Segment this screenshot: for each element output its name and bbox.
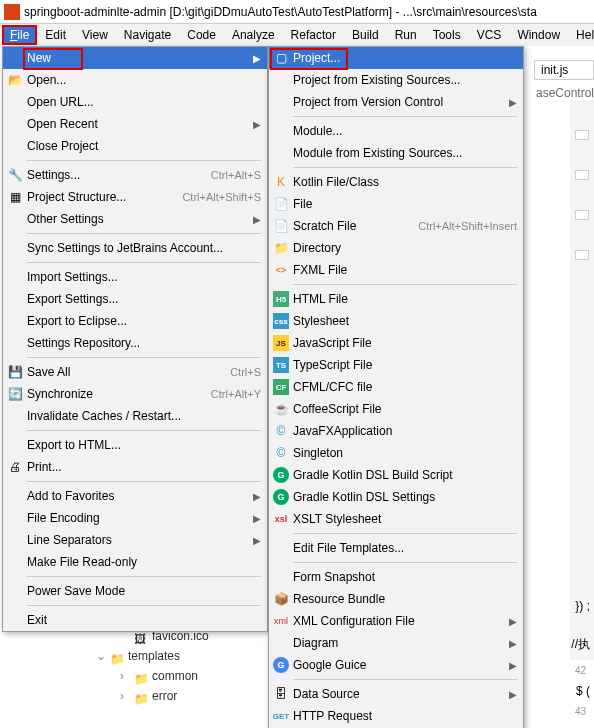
kotlin-icon: K [273, 174, 289, 190]
menu-window[interactable]: Window [509, 25, 568, 45]
new-singleton[interactable]: ©Singleton [269, 442, 523, 464]
menu-analyze[interactable]: Analyze [224, 25, 283, 45]
menu-view[interactable]: View [74, 25, 116, 45]
file-save-all[interactable]: 💾Save AllCtrl+S [3, 361, 267, 383]
new-xml-config[interactable]: xmlXML Configuration File▶ [269, 610, 523, 632]
new-form-snapshot[interactable]: Form Snapshot [269, 566, 523, 588]
new-project[interactable]: ▢Project... [269, 47, 523, 69]
editor-tab-initjs[interactable]: init.js [534, 60, 594, 80]
separator [27, 430, 261, 431]
file-open[interactable]: 📂Open... [3, 69, 267, 91]
chevron-right-icon: ▶ [253, 53, 261, 64]
file-export-eclipse[interactable]: Export to Eclipse... [3, 310, 267, 332]
folder-icon: 📁 [110, 649, 124, 663]
tree-node-common[interactable]: ›📁common [96, 666, 239, 686]
coffee-icon: ☕ [273, 401, 289, 417]
ts-icon: TS [273, 357, 289, 373]
file-print[interactable]: 🖨Print... [3, 456, 267, 478]
project-icon: ▢ [273, 50, 289, 66]
new-scratch[interactable]: 📄Scratch FileCtrl+Alt+Shift+Insert [269, 215, 523, 237]
new-module-existing[interactable]: Module from Existing Sources... [269, 142, 523, 164]
file-exit[interactable]: Exit [3, 609, 267, 631]
menu-refactor[interactable]: Refactor [283, 25, 344, 45]
new-file[interactable]: 📄File [269, 193, 523, 215]
new-diagram[interactable]: Diagram▶ [269, 632, 523, 654]
separator [27, 576, 261, 577]
fxml-icon: <> [273, 262, 289, 278]
file-synchronize[interactable]: 🔄SynchronizeCtrl+Alt+Y [3, 383, 267, 405]
file-add-favorites[interactable]: Add to Favorites▶ [3, 485, 267, 507]
menu-tools[interactable]: Tools [425, 25, 469, 45]
menu-code[interactable]: Code [179, 25, 224, 45]
window-title: springboot-adminlte-admin [D:\git\giDDmu… [24, 5, 537, 19]
separator [293, 167, 517, 168]
file-new[interactable]: New▶ [3, 47, 267, 69]
new-module[interactable]: Module... [269, 120, 523, 142]
file-settings-repo[interactable]: Settings Repository... [3, 332, 267, 354]
new-html[interactable]: H5HTML File [269, 288, 523, 310]
guice-icon: G [273, 657, 289, 673]
xml-icon: xml [273, 613, 289, 629]
new-edit-templates[interactable]: Edit File Templates... [269, 537, 523, 559]
gutter-mark [575, 210, 589, 220]
new-guice[interactable]: GGoogle Guice▶ [269, 654, 523, 676]
scratch-icon: 📄 [273, 218, 289, 234]
folder-icon: 📁 [134, 689, 148, 703]
menu-run[interactable]: Run [387, 25, 425, 45]
chevron-right-icon: ▶ [509, 689, 517, 700]
file-import-settings[interactable]: Import Settings... [3, 266, 267, 288]
file-line-separators[interactable]: Line Separators▶ [3, 529, 267, 551]
tree-node-error[interactable]: ›📁error [96, 686, 239, 706]
database-icon: 🗄 [273, 686, 289, 702]
tree-node-templates[interactable]: ⌄📁templates [96, 646, 239, 666]
new-coffee[interactable]: ☕CoffeeScript File [269, 398, 523, 420]
chevron-right-icon: ▶ [509, 638, 517, 649]
new-cfml[interactable]: CFCFML/CFC file [269, 376, 523, 398]
file-open-url[interactable]: Open URL... [3, 91, 267, 113]
menu-help[interactable]: Help [568, 25, 594, 45]
menu-navigate[interactable]: Navigate [116, 25, 179, 45]
new-xslt[interactable]: xslXSLT Stylesheet [269, 508, 523, 530]
new-kotlin[interactable]: KKotlin File/Class [269, 171, 523, 193]
new-http-request[interactable]: GETHTTP Request [269, 705, 523, 727]
file-invalidate[interactable]: Invalidate Caches / Restart... [3, 405, 267, 427]
menu-vcs[interactable]: VCS [469, 25, 510, 45]
new-project-existing[interactable]: Project from Existing Sources... [269, 69, 523, 91]
save-icon: 💾 [7, 364, 23, 380]
file-sync-settings[interactable]: Sync Settings to JetBrains Account... [3, 237, 267, 259]
code-fragment: }) ; //执 42 $ ( 43 [571, 596, 590, 722]
new-javafx[interactable]: ©JavaFXApplication [269, 420, 523, 442]
menu-file[interactable]: File [2, 25, 37, 45]
file-readonly[interactable]: Make File Read-only [3, 551, 267, 573]
separator [293, 533, 517, 534]
new-gradle-build[interactable]: GGradle Kotlin DSL Build Script [269, 464, 523, 486]
new-directory[interactable]: 📁Directory [269, 237, 523, 259]
file-encoding[interactable]: File Encoding▶ [3, 507, 267, 529]
menu-edit[interactable]: Edit [37, 25, 74, 45]
new-resource-bundle[interactable]: 📦Resource Bundle [269, 588, 523, 610]
sync-icon: 🔄 [7, 386, 23, 402]
class-icon: © [273, 423, 289, 439]
menu-build[interactable]: Build [344, 25, 387, 45]
js-icon: JS [273, 335, 289, 351]
separator [27, 262, 261, 263]
file-project-structure[interactable]: ▦Project Structure...Ctrl+Alt+Shift+S [3, 186, 267, 208]
caret-down-icon: ⌄ [96, 646, 106, 666]
folder-icon: 📂 [7, 72, 23, 88]
new-js[interactable]: JSJavaScript File [269, 332, 523, 354]
new-fxml[interactable]: <>FXML File [269, 259, 523, 281]
file-export-html[interactable]: Export to HTML... [3, 434, 267, 456]
new-datasource[interactable]: 🗄Data Source▶ [269, 683, 523, 705]
file-power-save[interactable]: Power Save Mode [3, 580, 267, 602]
separator [27, 357, 261, 358]
new-gradle-settings[interactable]: GGradle Kotlin DSL Settings [269, 486, 523, 508]
file-close-project[interactable]: Close Project [3, 135, 267, 157]
new-project-vcs[interactable]: Project from Version Control▶ [269, 91, 523, 113]
file-settings[interactable]: 🔧Settings...Ctrl+Alt+S [3, 164, 267, 186]
file-open-recent[interactable]: Open Recent▶ [3, 113, 267, 135]
chevron-right-icon: ▶ [253, 535, 261, 546]
file-other-settings[interactable]: Other Settings▶ [3, 208, 267, 230]
file-export-settings[interactable]: Export Settings... [3, 288, 267, 310]
new-ts[interactable]: TSTypeScript File [269, 354, 523, 376]
new-stylesheet[interactable]: cssStylesheet [269, 310, 523, 332]
